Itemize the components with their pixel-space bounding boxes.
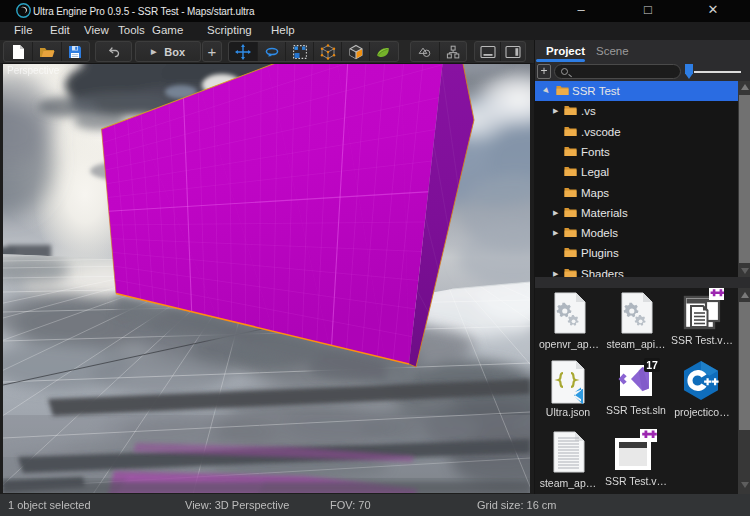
svg-text:Perspective: Perspective [7,65,60,76]
svg-text:17: 17 [646,359,658,371]
